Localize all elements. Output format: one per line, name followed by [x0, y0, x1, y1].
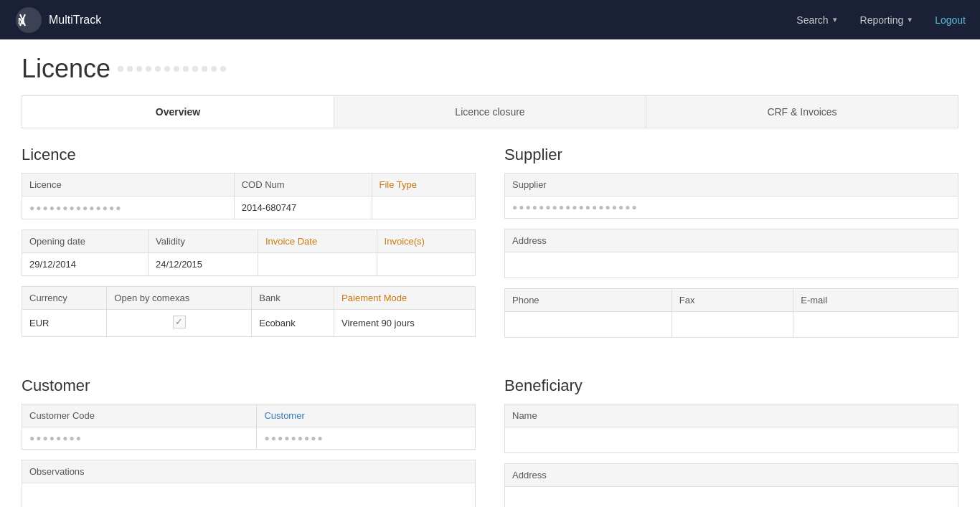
supplier-table-2: Address — [504, 229, 958, 278]
cell-opening-date: 29/12/2014 — [22, 253, 149, 276]
th-currency: Currency — [22, 287, 107, 310]
th-email: E-mail — [793, 289, 958, 312]
th-open-by-comexas: Open by comexas — [107, 287, 252, 310]
cell-file-type-value — [372, 196, 475, 219]
cell-invoice-date — [258, 253, 377, 276]
cell-supplier-value: ●●●●●●●●●●●●●●●●●●● — [505, 196, 958, 219]
page-content: Licence Overview Licence closure CRF & I… — [0, 39, 980, 507]
th-invoice-date: Invoice Date — [258, 230, 377, 253]
supplier-section: Supplier Supplier ●●●●●●●●●●●●●●●●●●● — [504, 146, 958, 348]
table-row: EUR Ecobank Virement 90 jours — [22, 310, 476, 337]
table-row: ●●●●●●●●●●●●●● 2014-680747 — [22, 196, 476, 219]
tab-bar: Overview Licence closure CRF & Invoices — [22, 95, 958, 128]
main-grid: Licence Licence COD Num File Type ●●●●●●… — [22, 146, 958, 507]
cell-address-value — [505, 252, 958, 278]
beneficiary-table-2: Address — [504, 463, 958, 507]
cell-licence-value: ●●●●●●●●●●●●●● — [22, 196, 235, 219]
cell-email — [793, 312, 958, 338]
supplier-table-1: Supplier ●●●●●●●●●●●●●●●●●●● — [504, 173, 958, 219]
cell-fax — [672, 312, 793, 338]
tab-crf-invoices[interactable]: CRF & Invoices — [646, 96, 958, 128]
supplier-table-3: Phone Fax E-mail — [504, 288, 958, 338]
th-observations: Observations — [22, 460, 476, 483]
th-name: Name — [505, 404, 958, 427]
licence-table-3: Currency Open by comexas Bank Paiement M… — [22, 286, 476, 337]
customer-section: Customer Customer Code Customer ●●●●●●●●… — [22, 376, 476, 507]
logout-label: Logout — [935, 14, 966, 26]
customer-heading: Customer — [22, 376, 476, 395]
th-fax: Fax — [672, 289, 793, 312]
table-row — [505, 252, 958, 278]
beneficiary-heading: Beneficiary — [504, 376, 958, 395]
search-dropdown-icon: ▼ — [831, 16, 839, 24]
navbar: N MultiTrack Search ▼ Reporting ▼ Logout — [0, 0, 980, 39]
page-title: Licence — [22, 54, 110, 84]
table-row — [22, 483, 476, 508]
tab-licence-closure[interactable]: Licence closure — [334, 96, 646, 128]
th-file-type: File Type — [372, 174, 475, 196]
table-row — [505, 487, 958, 508]
cell-paiement-mode: Virement 90 jours — [334, 310, 476, 337]
cell-beneficiary-address — [505, 487, 958, 508]
th-phone: Phone — [505, 289, 672, 312]
licence-heading: Licence — [22, 146, 476, 164]
licence-section: Licence Licence COD Num File Type ●●●●●●… — [22, 146, 476, 348]
reporting-dropdown-icon: ▼ — [906, 16, 913, 24]
th-paiement-mode: Paiement Mode — [334, 287, 476, 310]
cell-observations — [22, 483, 476, 508]
beneficiary-table-1: Name — [504, 404, 958, 453]
natsi-logo: N — [14, 6, 43, 34]
customer-table-2: Observations — [22, 460, 476, 507]
brand: N MultiTrack — [14, 6, 101, 34]
app-name-label: MultiTrack — [49, 14, 101, 27]
reporting-nav-link[interactable]: Reporting ▼ — [860, 14, 914, 26]
supplier-heading: Supplier — [504, 146, 958, 164]
cell-invoices — [377, 253, 475, 276]
table-row — [505, 427, 958, 453]
table-row: ●●●●●●●●●●●●●●●●●●● — [505, 196, 958, 219]
th-invoices: Invoice(s) — [377, 230, 475, 253]
th-licence: Licence — [22, 174, 235, 196]
cell-currency: EUR — [22, 310, 107, 337]
title-decoration — [118, 66, 226, 72]
cell-customer-name: ●●●●●●●●● — [257, 427, 476, 450]
cell-phone — [505, 312, 672, 338]
table-row — [505, 312, 958, 338]
th-validity: Validity — [148, 230, 258, 253]
search-label: Search — [796, 14, 828, 26]
th-bank: Bank — [252, 287, 334, 310]
table-row: 29/12/2014 24/12/2015 — [22, 253, 476, 276]
cell-validity: 24/12/2015 — [148, 253, 258, 276]
customer-table-1: Customer Code Customer ●●●●●●●● ●●●●●●●●… — [22, 404, 476, 450]
cell-open-by-comexas — [107, 310, 252, 337]
table-row: ●●●●●●●● ●●●●●●●●● — [22, 427, 476, 450]
th-address: Address — [505, 229, 958, 252]
tab-overview[interactable]: Overview — [22, 96, 334, 128]
licence-table-2: Opening date Validity Invoice Date Invoi… — [22, 229, 476, 276]
cell-name — [505, 427, 958, 453]
search-nav-link[interactable]: Search ▼ — [796, 14, 838, 26]
cell-bank: Ecobank — [252, 310, 334, 337]
th-beneficiary-address: Address — [505, 464, 958, 487]
licence-table-1: Licence COD Num File Type ●●●●●●●●●●●●●●… — [22, 173, 476, 219]
th-customer: Customer — [257, 404, 476, 427]
cell-cod-num-value: 2014-680747 — [234, 196, 372, 219]
logout-nav-link[interactable]: Logout — [935, 14, 966, 26]
comexas-checkbox[interactable] — [173, 316, 186, 328]
reporting-label: Reporting — [860, 14, 904, 26]
th-cod-num: COD Num — [234, 174, 372, 196]
beneficiary-section: Beneficiary Name Address — [504, 376, 958, 507]
cell-customer-code: ●●●●●●●● — [22, 427, 257, 450]
page-title-area: Licence — [22, 54, 958, 84]
th-supplier: Supplier — [505, 174, 958, 196]
th-opening-date: Opening date — [22, 230, 149, 253]
th-customer-code: Customer Code — [22, 404, 257, 427]
